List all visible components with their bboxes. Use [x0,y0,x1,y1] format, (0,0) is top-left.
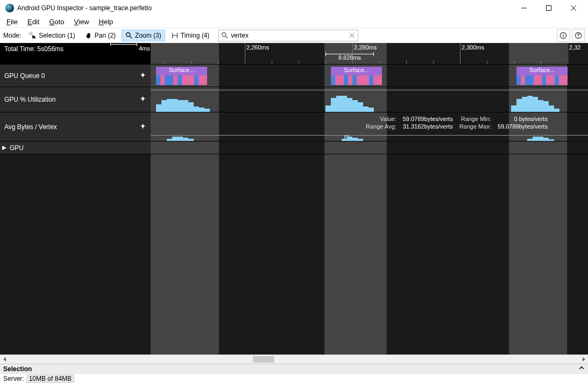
menu-view[interactable]: View [70,17,94,27]
window-title: Android GPU Inspector - sample_trace.per… [17,4,152,12]
mode-selection-label: Selection (1) [39,32,75,39]
timeline[interactable]: Total Time: 5s056ms 4ms 2,260ms 2,280ms … [0,43,588,354]
server-label: Server: [3,375,24,382]
svg-marker-21 [583,357,585,361]
mode-timing-label: Timing (4) [181,32,210,39]
pin-icon[interactable] [140,124,146,130]
tick-label: 2,280ms [354,44,377,51]
help-button[interactable] [572,29,585,42]
track-avg-bytes-vertex[interactable]: Avg Bytes / Vertex Value:59.0789bytes/ve… [0,112,588,141]
svg-point-15 [563,33,564,34]
surface-block[interactable]: Surface... [156,67,207,75]
svg-rect-4 [30,32,32,34]
timing-icon [171,32,179,39]
timeline-ruler: Total Time: 5s056ms 4ms 2,260ms 2,280ms … [0,43,588,65]
track-label: Avg Bytes / Vertex [4,123,57,131]
maximize-button[interactable] [536,0,561,16]
minimize-button[interactable] [512,0,536,16]
surface-block[interactable]: Surface... [331,67,382,75]
close-button[interactable] [561,0,586,16]
search-icon [221,32,229,39]
search-box[interactable] [218,30,358,41]
info-button[interactable] [557,29,570,42]
selection-panel-header[interactable]: Selection [0,364,588,373]
tick-label: 2,32 [569,44,580,51]
titlebar: Android GPU Inspector - sample_trace.per… [0,0,588,16]
expand-icon[interactable] [2,146,6,150]
tick-label: 2,300ms [462,44,484,51]
menu-goto[interactable]: Goto [45,17,68,27]
track-label: GPU Queue 0 [4,72,45,80]
tick-label: 2,260ms [246,44,269,51]
search-input[interactable] [229,32,348,39]
svg-line-11 [225,36,228,38]
menubar: File Edit Goto View Help [0,16,588,28]
range-indicator: 8.828ms [325,54,374,61]
server-memory: 10MB of 84MB [26,374,74,383]
svg-marker-19 [2,146,6,150]
svg-line-6 [130,36,132,38]
svg-point-18 [578,37,579,38]
pin-icon[interactable] [140,96,146,103]
mode-pan-label: Pan (2) [95,32,116,39]
zoom-icon [125,32,133,39]
menu-help[interactable]: Help [95,17,118,27]
scroll-right-arrow[interactable] [579,355,588,364]
scroll-left-arrow[interactable] [0,355,9,364]
surface-block[interactable]: Surface... [516,67,568,75]
horizontal-scrollbar[interactable] [0,354,588,364]
total-time-label: Total Time: 5s056ms [4,45,63,53]
toolbar: Mode: Selection (1) Pan (2) Zoom (3) Tim… [0,28,588,43]
pin-icon[interactable] [140,73,146,79]
track-label: GPU [10,144,24,152]
app-icon [5,4,14,12]
svg-point-5 [126,32,130,36]
track-gpu-utilization[interactable]: GPU % Utilization [0,87,588,112]
mode-zoom[interactable]: Zoom (3) [122,30,165,41]
mode-selection[interactable]: Selection (1) [25,30,79,41]
cursor-icon [29,32,37,39]
mode-zoom-label: Zoom (3) [135,32,161,39]
chevron-up-icon[interactable] [578,365,585,373]
mode-label: Mode: [3,32,21,39]
clear-search-icon[interactable] [348,32,356,39]
svg-point-10 [222,32,226,36]
track-gpu-queue[interactable]: GPU Queue 0 Surface... Surface... Surfac… [0,65,588,87]
svg-marker-20 [3,357,6,361]
hand-icon [85,32,93,39]
statusbar: Server: 10MB of 84MB [0,373,588,383]
svg-rect-1 [547,6,551,11]
menu-file[interactable]: File [2,17,22,27]
selection-panel-title: Selection [3,365,32,373]
track-label: GPU % Utilization [4,96,55,103]
track-gpu-group[interactable]: GPU [0,141,588,154]
scrollbar-thumb[interactable] [253,356,274,363]
tooltip: Value:59.0789bytes/verts Range Min:0 byt… [366,116,548,130]
mini-range-label: 4ms [139,45,150,52]
mode-timing[interactable]: Timing (4) [167,30,214,41]
menu-edit[interactable]: Edit [23,17,44,27]
mode-pan[interactable]: Pan (2) [81,30,119,41]
svg-rect-16 [563,35,563,37]
hover-marker [344,136,349,140]
